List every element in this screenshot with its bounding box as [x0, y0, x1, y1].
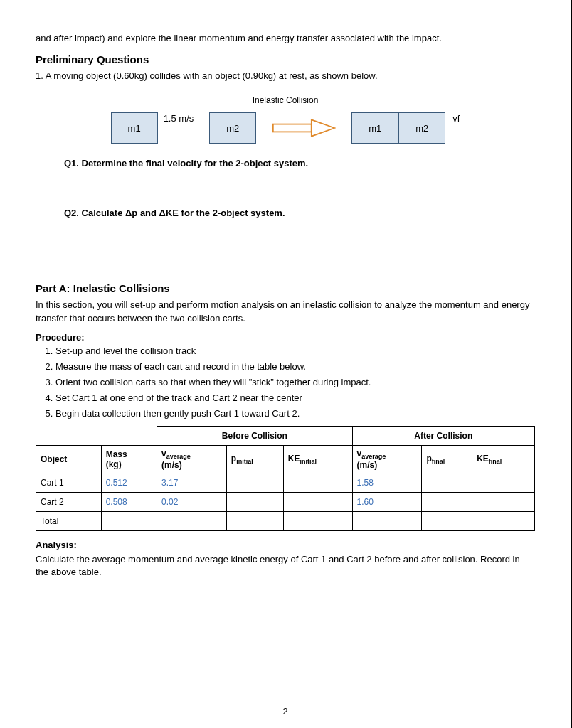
- question-1: Q1. Determine the final velocity for the…: [64, 158, 535, 168]
- procedure-list: Set-up and level the collision track Mea…: [55, 346, 535, 419]
- cell-pinitial: [226, 493, 283, 512]
- preliminary-intro: 1. A moving object (0.60kg) collides wit…: [36, 70, 535, 82]
- cell-vafter: [352, 512, 422, 531]
- th-kefinal: KEfinal: [472, 445, 535, 473]
- th-blank: [36, 426, 102, 445]
- cell-vbefore: 3.17: [157, 473, 227, 493]
- intro-paragraph: and after impact) and explore the linear…: [36, 32, 535, 45]
- cell-mass: 0.512: [101, 473, 157, 493]
- cell-object: Cart 1: [36, 473, 102, 493]
- part-a-heading: Part A: Inelastic Collisions: [36, 282, 535, 294]
- procedure-step: Orient two collision carts so that when …: [55, 377, 535, 387]
- svg-rect-0: [273, 124, 312, 132]
- th-after: After Collision: [352, 426, 534, 445]
- cell-pinitial: [226, 473, 283, 493]
- page: and after impact) and explore the linear…: [0, 0, 572, 728]
- th-mass: Mass(kg): [101, 445, 157, 473]
- cell-vafter: 1.58: [352, 473, 422, 493]
- cell-pfinal: [422, 512, 472, 531]
- procedure-step: Set-up and level the collision track: [55, 346, 535, 356]
- arrow-icon: [272, 117, 336, 139]
- cell-kefinal: [472, 512, 535, 531]
- cell-vbefore: 0.02: [157, 493, 227, 512]
- analysis-text: Calculate the average momentum and avera…: [36, 553, 535, 579]
- table-row: Cart 1 0.512 3.17 1.58: [36, 473, 535, 493]
- cell-object: Total: [36, 512, 102, 531]
- th-pfinal: pfinal: [422, 445, 472, 473]
- cell-mass: [101, 512, 157, 531]
- th-before: Before Collision: [157, 426, 353, 445]
- joined-masses: m1 m2: [351, 112, 445, 144]
- procedure-heading: Procedure:: [36, 332, 535, 343]
- cell-mass: 0.508: [101, 493, 157, 512]
- mass-box-m1-after: m1: [351, 112, 398, 144]
- cell-kefinal: [472, 493, 535, 512]
- analysis-heading: Analysis:: [36, 540, 535, 550]
- procedure-step: Set Cart 1 at one end of the track and C…: [55, 392, 535, 403]
- table-row: Cart 2 0.508 0.02 1.60: [36, 493, 535, 512]
- diagram-title: Inelastic Collision: [36, 95, 535, 105]
- cell-pfinal: [422, 473, 472, 493]
- th-vavg-before: vaverage(m/s): [157, 445, 227, 473]
- cell-object: Cart 2: [36, 493, 102, 512]
- cell-vafter: 1.60: [352, 493, 422, 512]
- th-vavg-after: vaverage(m/s): [352, 445, 422, 473]
- part-a-description: In this section, you will set-up and per…: [36, 299, 535, 324]
- th-object: Object: [36, 445, 102, 473]
- page-number: 2: [0, 706, 571, 717]
- preliminary-heading: Preliminary Questions: [36, 53, 535, 65]
- th-keinitial: KEinitial: [283, 445, 352, 473]
- speed-label: 1.5 m/s: [164, 113, 194, 124]
- table-row: Total: [36, 512, 535, 531]
- cell-keinitial: [283, 493, 352, 512]
- th-blank: [101, 426, 157, 445]
- procedure-step: Measure the mass of each cart and record…: [55, 361, 535, 372]
- mass-box-m1-before: m1: [111, 112, 158, 144]
- cell-keinitial: [283, 473, 352, 493]
- procedure-step: Begin data collection then gently push C…: [55, 408, 535, 419]
- mass-box-m2-after: m2: [398, 112, 445, 144]
- collision-diagram: m1 1.5 m/s m2 m1 m2 vf: [36, 112, 535, 144]
- svg-marker-1: [312, 120, 334, 136]
- cell-pinitial: [226, 512, 283, 531]
- cell-vbefore: [157, 512, 227, 531]
- vf-label: vf: [452, 113, 460, 124]
- th-pinitial: pinitial: [226, 445, 283, 473]
- question-2: Q2. Calculate Δp and ΔKE for the 2-objec…: [64, 208, 535, 218]
- cell-keinitial: [283, 512, 352, 531]
- cell-kefinal: [472, 473, 535, 493]
- cell-pfinal: [422, 493, 472, 512]
- data-table: Before Collision After Collision Object …: [36, 426, 535, 531]
- mass-box-m2-before: m2: [209, 112, 256, 144]
